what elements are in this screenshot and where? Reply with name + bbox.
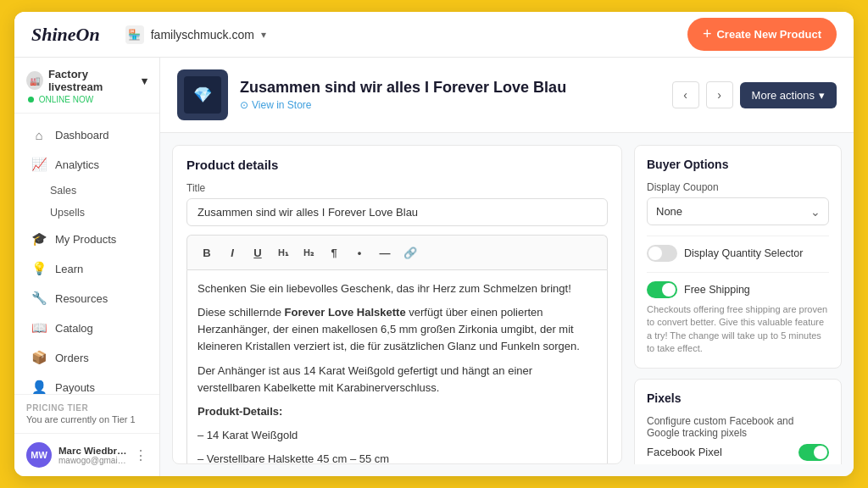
online-status: ONLINE NOW: [39, 95, 93, 104]
online-badge: ONLINE NOW: [26, 95, 147, 104]
coupon-select[interactable]: None: [647, 197, 829, 225]
title-label: Title: [186, 182, 608, 194]
qty-toggle-label: Display Quantity Selector: [684, 247, 803, 259]
more-actions-button[interactable]: More actions ▾: [740, 82, 837, 108]
pricing-tier-label: PRICING TIER: [26, 403, 147, 413]
more-actions-label: More actions: [752, 89, 815, 102]
avatar: MW: [26, 442, 52, 468]
free-shipping-group: Free Shipping Checkouts offering free sh…: [647, 281, 829, 356]
factory-avatar: 🏭: [26, 71, 43, 90]
free-shipping-helper: Checkouts offering free shipping are pro…: [647, 303, 829, 356]
content-area: 💎 Zusammen sind wir alles I Forever Love…: [160, 58, 854, 476]
panel-section: Product details Title B I U H₁ H₂ ¶: [173, 146, 621, 464]
top-bar: ShineOn 🏪 familyschmuck.com ▾ + Create N…: [14, 12, 854, 58]
logo: ShineOn: [31, 24, 100, 46]
sidebar-item-resources[interactable]: 🔧 Resources: [19, 284, 154, 313]
dash-button[interactable]: —: [374, 241, 396, 263]
sidebar-item-analytics[interactable]: 📈 Analytics: [19, 150, 154, 179]
plus-icon: +: [703, 25, 712, 43]
buyer-options-card: Buyer Options Display Coupon None: [634, 145, 842, 369]
sidebar-item-orders[interactable]: 📦 Orders: [19, 343, 154, 372]
more-actions-arrow-icon: ▾: [819, 89, 825, 102]
sidebar-item-label: Catalog: [55, 322, 93, 335]
prev-product-button[interactable]: ‹: [672, 81, 699, 108]
qty-toggle-row: Display Quantity Selector: [647, 245, 829, 262]
fb-pixel-label: Facebook Pixel: [647, 446, 722, 458]
content-body: Product details Title B I U H₁ H₂ ¶: [160, 133, 854, 476]
bullet-button[interactable]: •: [348, 241, 370, 263]
payouts-icon: 👤: [31, 380, 47, 394]
editor-toolbar: B I U H₁ H₂ ¶ • — 🔗: [186, 235, 608, 269]
free-shipping-label: Free Shipping: [684, 284, 750, 296]
display-qty-group: Display Quantity Selector: [647, 245, 829, 262]
catalog-icon: 📖: [31, 320, 47, 336]
h1-button[interactable]: H₁: [272, 241, 294, 263]
h2-button[interactable]: H₂: [298, 241, 320, 263]
analytics-icon: 📈: [31, 157, 47, 172]
store-selector[interactable]: 🏪 familyschmuck.com ▾: [125, 25, 266, 44]
display-coupon-group: Display Coupon None: [647, 181, 829, 225]
home-icon: ⌂: [31, 128, 47, 142]
sidebar-item-dashboard[interactable]: ⌂ Dashboard: [19, 121, 154, 149]
sidebar-item-label: My Products: [55, 233, 116, 246]
user-info: Marc Wiedbrau... mawogo@gmail.c...: [58, 446, 127, 465]
factory-arrow-icon: ▾: [142, 75, 147, 87]
user-email: mawogo@gmail.c...: [58, 456, 127, 465]
sidebar-item-catalog[interactable]: 📖 Catalog: [19, 313, 154, 342]
nav-items: ⌂ Dashboard 📈 Analytics Sales Upsells 🎓 …: [14, 114, 159, 394]
create-btn-label: Create New Product: [716, 28, 821, 41]
sidebar-item-label: Orders: [55, 352, 89, 364]
product-title-area: Zusammen sind wir alles I Forever Love B…: [240, 79, 660, 111]
user-initials: MW: [31, 450, 47, 460]
fb-pixel-toggle[interactable]: [798, 444, 829, 461]
sidebar-item-label: Payouts: [55, 381, 95, 394]
sidebar-item-my-products[interactable]: 🎓 My Products: [19, 225, 154, 253]
product-thumbnail: 💎: [177, 69, 228, 120]
free-shipping-toggle-row: Free Shipping: [647, 281, 829, 298]
product-details-title: Product details: [186, 158, 608, 172]
sidebar-item-label: Sales: [50, 185, 76, 197]
right-panel: Buyer Options Display Coupon None: [634, 145, 842, 464]
orders-icon: 📦: [31, 350, 47, 365]
user-menu-icon[interactable]: ⋮: [134, 447, 147, 463]
coupon-select-wrapper[interactable]: None: [647, 197, 829, 225]
qty-toggle[interactable]: [647, 245, 677, 262]
editor-content[interactable]: Schenken Sie ein liebevolles Geschenk, d…: [186, 269, 608, 464]
sidebar-item-learn[interactable]: 💡 Learn: [19, 254, 154, 283]
pixels-desc: Configure custom Facebook and Google tra…: [647, 415, 829, 439]
factory-section: 🏭 Factory livestream ▾ ONLINE NOW: [14, 58, 159, 114]
product-details-panel: Product details Title B I U H₁ H₂ ¶: [172, 145, 622, 464]
sidebar-item-payouts[interactable]: 👤 Payouts: [19, 373, 154, 394]
online-dot-icon: [28, 97, 34, 103]
store-name: familyschmuck.com: [151, 28, 254, 42]
chevron-down-icon: ▾: [261, 29, 266, 41]
sidebar-item-upsells[interactable]: Upsells: [14, 202, 159, 224]
create-new-product-button[interactable]: + Create New Product: [687, 18, 837, 51]
paragraph-button[interactable]: ¶: [323, 241, 345, 263]
title-input[interactable]: [186, 198, 608, 226]
italic-button[interactable]: I: [221, 241, 243, 263]
learn-icon: 💡: [31, 261, 47, 276]
next-product-button[interactable]: ›: [706, 81, 733, 108]
resources-icon: 🔧: [31, 291, 47, 306]
factory-row[interactable]: 🏭 Factory livestream ▾: [26, 68, 147, 93]
free-shipping-toggle[interactable]: [647, 281, 677, 298]
underline-button[interactable]: U: [247, 241, 269, 263]
display-coupon-label: Display Coupon: [647, 181, 829, 193]
sidebar-item-label: Upsells: [50, 207, 85, 219]
product-header: 💎 Zusammen sind wir alles I Forever Love…: [160, 58, 854, 133]
main-layout: 🏭 Factory livestream ▾ ONLINE NOW ⌂ Dash…: [14, 58, 854, 476]
buyer-options-title: Buyer Options: [647, 158, 829, 171]
link-button[interactable]: 🔗: [399, 241, 421, 263]
user-row: MW Marc Wiedbrau... mawogo@gmail.c... ⋮: [14, 433, 159, 476]
products-icon: 🎓: [31, 231, 47, 247]
sidebar: 🏭 Factory livestream ▾ ONLINE NOW ⌂ Dash…: [14, 58, 160, 476]
thumb-inner: 💎: [184, 76, 221, 114]
view-in-store-link[interactable]: View in Store: [240, 99, 660, 111]
header-actions: ‹ › More actions ▾: [672, 81, 837, 108]
pixels-card: Pixels Configure custom Facebook and Goo…: [634, 379, 842, 464]
pricing-tier: PRICING TIER You are currently on Tier 1: [14, 394, 159, 433]
pixels-title: Pixels: [647, 391, 829, 405]
sidebar-item-sales[interactable]: Sales: [14, 180, 159, 202]
bold-button[interactable]: B: [196, 241, 218, 263]
